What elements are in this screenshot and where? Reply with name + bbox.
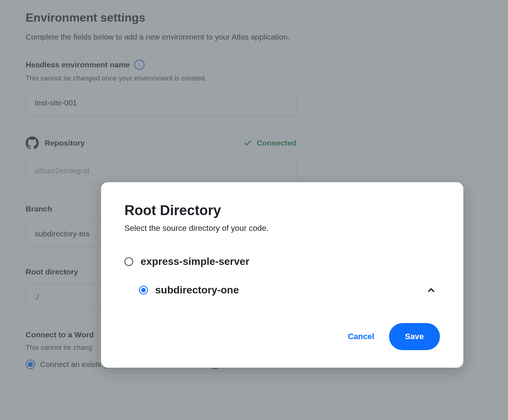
dir-option-express-simple-server[interactable]: express-simple-server xyxy=(124,251,440,273)
modal-overlay[interactable]: Root Directory Select the source directo… xyxy=(0,0,508,420)
radio-icon xyxy=(139,286,148,295)
modal-title: Root Directory xyxy=(124,203,440,218)
cancel-button[interactable]: Cancel xyxy=(348,332,374,341)
dir-option-label: express-simple-server xyxy=(141,256,249,267)
modal-subtitle: Select the source directory of your code… xyxy=(124,224,440,233)
save-button[interactable]: Save xyxy=(389,323,440,350)
dir-option-label: subdirectory-one xyxy=(155,284,239,296)
root-directory-modal: Root Directory Select the source directo… xyxy=(101,182,463,368)
modal-footer: Cancel Save xyxy=(124,323,440,350)
radio-icon xyxy=(124,257,133,266)
dir-option-subdirectory-one[interactable]: subdirectory-one xyxy=(124,279,440,301)
chevron-up-icon[interactable] xyxy=(426,285,436,295)
